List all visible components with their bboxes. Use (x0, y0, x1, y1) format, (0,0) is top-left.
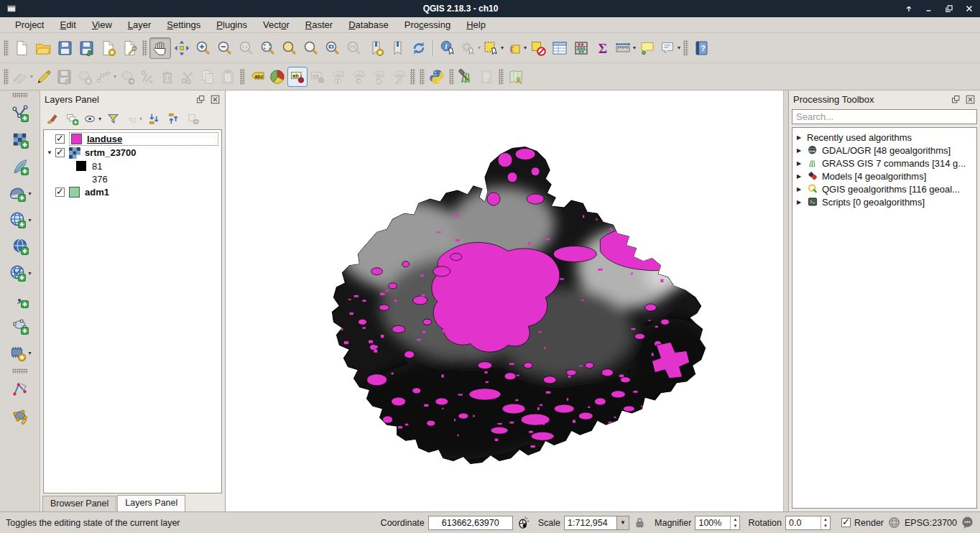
menu-raster[interactable]: Raster (297, 18, 341, 32)
zoom-to-selection-button[interactable] (279, 37, 300, 59)
algorithm-group-label[interactable]: QGIS geoalgorithms [116 geoal... (822, 184, 960, 195)
pin-labels-button[interactable]: ab (287, 67, 308, 87)
algorithm-search-input[interactable] (792, 109, 977, 124)
minimize-window-icon[interactable] (924, 4, 934, 14)
rotation-spinbox[interactable]: 0.0 ▲▼ (785, 516, 831, 530)
shade-window-icon[interactable] (904, 4, 914, 14)
render-checkbox[interactable] (841, 518, 851, 527)
expand-icon[interactable]: ▶ (797, 173, 803, 180)
algorithm-group-label[interactable]: Recently used algorithms (807, 132, 912, 143)
python-console-button[interactable] (427, 67, 447, 87)
toolbar-handle[interactable] (4, 40, 9, 56)
add-wms-layer-button[interactable]: ▾ (7, 209, 32, 231)
zoom-in-button[interactable] (193, 37, 214, 59)
add-wcs-layer-button[interactable] (9, 236, 31, 257)
close-panel-icon[interactable] (210, 94, 221, 105)
algorithm-group-row[interactable]: ▶Recently used algorithms (792, 131, 976, 144)
spin-up-icon[interactable]: ▲ (731, 516, 739, 523)
algorithm-group-row[interactable]: ▶GRASS GIS 7 commands [314 g... (792, 157, 976, 170)
attribute-table-button[interactable] (549, 37, 570, 59)
menu-plugins[interactable]: Plugins (208, 18, 255, 32)
zoom-last-button[interactable] (322, 37, 343, 59)
algorithm-group-row[interactable]: ▶GDALGDAL/OGR [48 geoalgorithms] (792, 144, 976, 157)
algorithm-group-row[interactable]: ▶Scripts [0 geoalgorithms] (792, 195, 976, 208)
topology-tool-button[interactable] (9, 379, 31, 400)
scale-dropdown-icon[interactable]: ▼ (616, 516, 629, 529)
grass-tools-button[interactable] (456, 67, 476, 87)
crs-globe-icon[interactable] (887, 516, 901, 529)
restore-window-icon[interactable] (944, 4, 954, 14)
menu-layer[interactable]: Layer (120, 18, 160, 32)
close-window-icon[interactable] (964, 4, 974, 14)
collapse-all-button[interactable] (165, 109, 182, 128)
layer-row-adm1[interactable]: adm1 (44, 185, 221, 199)
map-canvas[interactable] (226, 91, 784, 511)
algorithm-group-label[interactable]: GDAL/OGR [48 geoalgorithms] (822, 145, 951, 156)
algorithm-group-row[interactable]: ▶Models [4 geoalgorithms] (792, 170, 976, 182)
dropdown-arrow-icon[interactable]: ▾ (28, 217, 31, 223)
save-project-button[interactable] (54, 37, 75, 59)
spin-up-icon[interactable]: ▲ (821, 516, 830, 523)
dropdown-arrow-icon[interactable]: ▾ (524, 45, 527, 51)
toolbar-handle[interactable] (142, 40, 147, 56)
refresh-button[interactable] (408, 37, 430, 59)
scale-combo[interactable]: 1:712,954 ▼ (564, 516, 629, 530)
field-calculator-button[interactable] (570, 37, 592, 59)
tab-browser-panel[interactable]: Browser Panel (42, 496, 116, 511)
open-project-button[interactable] (32, 37, 54, 59)
select-expression-button[interactable]: ε▾ (504, 37, 527, 59)
toolbar-handle[interactable] (4, 69, 9, 85)
close-panel-icon[interactable] (965, 94, 976, 105)
algorithm-group-row[interactable]: ▶QGIS geoalgorithms [116 geoal... (792, 182, 976, 195)
filter-legend-button[interactable] (104, 109, 121, 128)
menu-project[interactable]: Project (7, 18, 52, 32)
deselect-all-button[interactable] (527, 37, 549, 59)
expand-icon[interactable]: ▶ (797, 147, 803, 154)
menu-help[interactable]: Help (458, 18, 494, 32)
zoom-to-layer-button[interactable] (300, 37, 322, 59)
expand-icon[interactable]: ▶ (797, 160, 803, 167)
layer-visibility-checkbox[interactable] (55, 134, 65, 144)
toolbar-handle[interactable] (410, 69, 415, 85)
menu-processing[interactable]: Processing (397, 18, 458, 32)
zoom-full-button[interactable] (257, 37, 279, 59)
layer-visibility-checkbox[interactable] (55, 187, 65, 197)
toolbar-handle[interactable] (449, 69, 454, 85)
statistical-summary-button[interactable]: Σ (592, 37, 614, 59)
select-features-button[interactable]: ▾ (481, 37, 504, 59)
labeling-options-button[interactable]: abc (247, 67, 267, 87)
pan-to-selection-button[interactable] (171, 37, 193, 59)
toolbar-handle[interactable] (499, 69, 504, 85)
feature-edit-tool-button[interactable] (9, 405, 31, 427)
new-shapefile-layer-button[interactable] (9, 315, 31, 337)
expand-icon[interactable]: ▶ (797, 186, 803, 193)
toolbar-handle[interactable] (420, 69, 425, 85)
toggle-extents-mouse-icon[interactable] (517, 516, 530, 529)
log-messages-icon[interactable] (961, 516, 974, 529)
add-spatialite-layer-button[interactable] (9, 156, 31, 177)
dropdown-arrow-icon[interactable]: ▾ (678, 45, 680, 51)
dropdown-arrow-icon[interactable]: ▾ (139, 116, 142, 122)
manage-visibility-button[interactable]: ▾ (83, 109, 102, 128)
layer-visibility-checkbox[interactable] (55, 148, 65, 157)
collapse-icon[interactable]: ▼ (44, 149, 55, 156)
expand-all-button[interactable] (145, 109, 162, 128)
float-panel-icon[interactable] (195, 94, 206, 105)
dropdown-arrow-icon[interactable]: ▾ (28, 270, 31, 277)
coordinate-input[interactable] (428, 516, 513, 530)
composer-manager-button[interactable] (119, 37, 140, 59)
tab-layers-panel[interactable]: Layers Panel (117, 495, 185, 511)
lock-scale-icon[interactable] (633, 516, 647, 529)
menu-vector[interactable]: Vector (255, 18, 297, 32)
toolbar-handle[interactable] (12, 369, 28, 374)
measure-button[interactable]: ▾ (614, 37, 637, 59)
menu-view[interactable]: View (84, 18, 120, 32)
map-tips-button[interactable] (637, 37, 658, 59)
new-project-button[interactable] (11, 37, 32, 59)
menu-settings[interactable]: Settings (159, 18, 208, 32)
add-raster-layer-button[interactable] (9, 129, 31, 151)
toolbar-handle[interactable] (240, 69, 245, 85)
dropdown-arrow-icon[interactable]: ▾ (28, 190, 31, 197)
expand-icon[interactable]: ▶ (797, 134, 803, 141)
add-group-button[interactable] (63, 109, 80, 128)
